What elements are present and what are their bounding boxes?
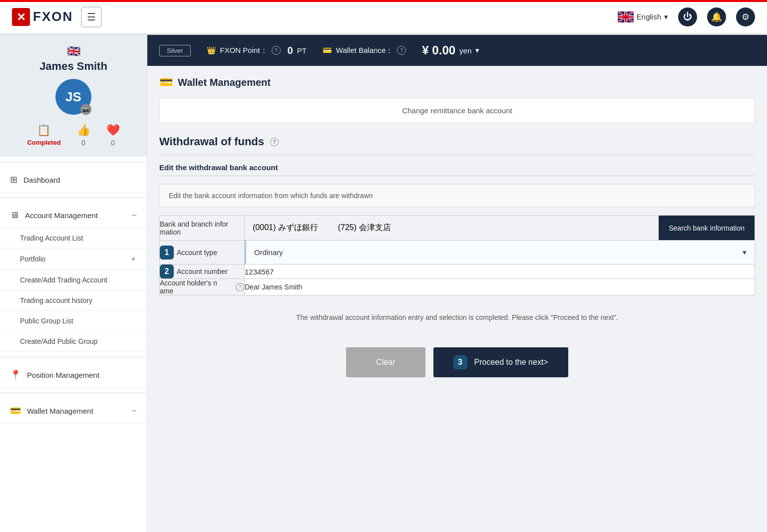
uk-flag-icon [618,11,634,22]
user-flag: 🇬🇧 [8,45,139,58]
wallet-balance-item: 💳 Wallet Balance： ? [323,46,406,55]
proceed-button[interactable]: 3 Proceed to the next> [433,347,568,377]
layout: 🇬🇧 James Smith JS 📷 📋 Completed 👍 0 ❤️ 0 [0,35,767,532]
account-number-value-cell[interactable] [245,265,755,279]
completed-stat: 📋 Completed [27,124,60,147]
account-number-input[interactable] [245,267,755,276]
sidebar-item-dashboard[interactable]: ⊞ Dashboard [0,167,147,193]
create-trading-account-label: Create/Add Trading Account [20,276,107,284]
wallet-balance-help-icon[interactable]: ? [397,46,406,55]
avatar-camera-icon[interactable]: 📷 [80,104,91,115]
sidebar-item-create-trading-account[interactable]: Create/Add Trading Account [0,270,147,290]
completed-icon: 📋 [37,124,50,137]
wallet-balance-label: Wallet Balance： [336,46,393,55]
wallet-management-title: Wallet Management [178,77,271,88]
search-bank-button[interactable]: Search bank information [659,216,755,240]
clear-button[interactable]: Clear [346,347,425,377]
sidebar-item-account-management[interactable]: 🖥 Account Management − [0,203,147,228]
nav-right: English ▾ ⏻ 🔔 ⚙ [618,7,755,26]
crown-icon: 👑 [207,46,216,55]
hamburger-button[interactable]: ☰ [81,6,102,27]
balance-chevron-icon[interactable]: ▾ [475,46,479,55]
fxon-point-item: 👑 FXON Point： ? 0 PT [207,45,307,56]
fxon-point-unit: PT [297,46,307,55]
account-holder-row: Account holder's n ame ? Dear James Smit… [160,279,755,295]
sidebar-item-trading-account-history[interactable]: Trading account history [0,290,147,311]
hamburger-icon: ☰ [87,11,96,23]
sidebar-item-portfolio[interactable]: Portfolio ＋ [0,249,147,270]
page-body: 💳 Wallet Management Change remittance ba… [147,66,767,532]
balance-unit: yen [459,46,471,55]
balance-amount-item: ¥ 0.00 yen ▾ [422,43,479,57]
hearts-count: 0 [111,139,115,147]
bell-icon: 🔔 [711,11,722,22]
account-number-label-text: Account number [177,267,228,275]
proceed-label: Proceed to the next> [474,358,548,367]
action-buttons: Clear 3 Proceed to the next> [159,339,755,385]
step1-badge: 1 [160,246,174,260]
language-selector[interactable]: English ▾ [618,11,668,22]
power-button[interactable]: ⏻ [678,7,697,26]
account-number-row: 2 Account number [160,265,755,279]
sidebar: 🇬🇧 James Smith JS 📷 📋 Completed 👍 0 ❤️ 0 [0,35,147,532]
position-management-label: Position Management [27,371,99,379]
bank-branch-value: (725) 会津支店 [338,223,391,233]
account-holder-help-icon[interactable]: ? [236,283,244,291]
create-public-group-label: Create/Add Public Group [20,337,98,345]
account-holder-label-text: Account holder's n ame [160,279,232,295]
top-navbar: ✕ FXON ☰ English ▾ ⏻ [0,0,767,35]
fxon-point-value: 0 [288,45,293,56]
balance-amount: ¥ 0.00 [422,43,455,57]
section-divider [159,154,755,155]
collapse-icon: − [131,210,137,221]
account-holder-value: Dear James Smith [245,283,302,291]
fxon-point-label: FXON Point： [220,46,268,55]
account-bar: Silver 👑 FXON Point： ? 0 PT 💳 Wallet Bal… [147,35,767,66]
completed-label: Completed [27,139,60,146]
info-box-text: Edit the bank account information from w… [169,192,373,200]
language-chevron-icon: ▾ [664,12,668,21]
account-number-label-inner: 2 Account number [160,265,244,278]
sidebar-item-wallet-management[interactable]: 💳 Wallet Management − [0,398,147,424]
logo-area: ✕ FXON ☰ [12,6,102,27]
bank-info-text: (0001) みずほ銀行 (725) 会津支店 [245,216,659,240]
step3-badge: 3 [453,355,467,369]
avatar-container: JS 📷 [55,79,91,115]
wallet-icon: 💳 [10,405,21,416]
gear-icon: ⚙ [742,11,750,22]
account-holder-label: Account holder's n ame ? [160,279,245,295]
account-type-text: Ordinary [254,248,283,257]
account-holder-value-cell: Dear James Smith [245,279,755,295]
sidebar-item-position-management[interactable]: 📍 Position Management [0,362,147,388]
bank-branch-value-cell: (0001) みずほ銀行 (725) 会津支店 Search bank info… [245,216,755,241]
fxon-point-help-icon[interactable]: ? [272,46,281,55]
edit-bank-account-title: Edit the withdrawal bank account [159,163,755,172]
logo: ✕ FXON [12,8,73,26]
account-type-row: 1 Account type Ordinary ▾ [160,241,755,265]
remittance-label: Change remittance bank account [402,106,512,115]
dashboard-icon: ⊞ [10,174,17,185]
remittance-bar: Change remittance bank account [159,98,755,123]
portfolio-plus-icon: ＋ [130,255,137,264]
dashboard-label: Dashboard [23,176,60,184]
hearts-stat: ❤️ 0 [106,124,120,147]
wallet-management-header: 💳 Wallet Management [159,76,755,89]
bank-search-cell: (0001) みずほ銀行 (725) 会津支店 Search bank info… [245,216,755,240]
withdrawal-title: Withdrawal of funds ? [159,135,755,148]
withdrawal-help-icon[interactable]: ? [270,138,279,146]
sidebar-item-trading-account-list[interactable]: Trading Account List [0,228,147,249]
subsection-divider [159,176,755,176]
notifications-button[interactable]: 🔔 [707,7,726,26]
settings-button[interactable]: ⚙ [736,7,755,26]
account-type-value-cell[interactable]: Ordinary ▾ [245,241,755,265]
language-label: English [637,12,661,21]
sidebar-item-create-public-group[interactable]: Create/Add Public Group [0,331,147,352]
sidebar-item-public-group-list[interactable]: Public Group List [0,311,147,331]
heart-icon: ❤️ [106,124,120,137]
withdrawal-title-text: Withdrawal of funds [159,135,264,148]
wallet-management-label: Wallet Management [27,407,93,415]
user-profile: 🇬🇧 James Smith JS 📷 📋 Completed 👍 0 ❤️ 0 [0,35,147,157]
account-type-value[interactable]: Ordinary ▾ [245,241,755,264]
thumb-up-icon: 👍 [77,124,90,137]
info-box: Edit the bank account information from w… [159,184,755,207]
